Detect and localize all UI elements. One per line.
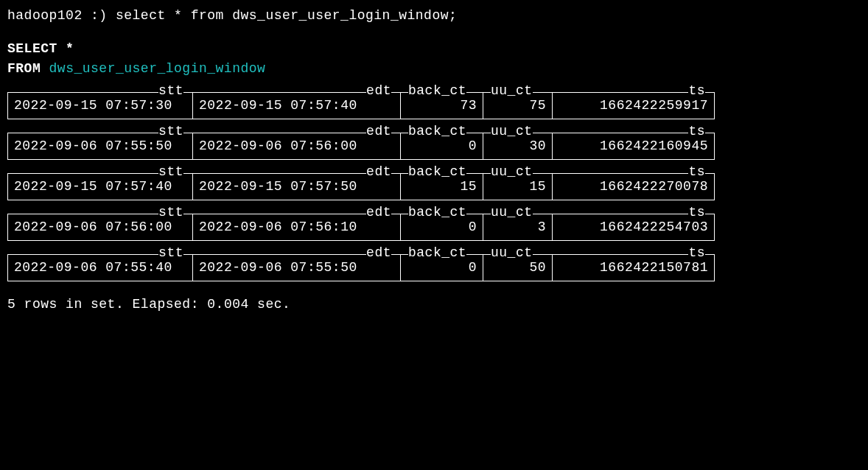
cell-ts: ts1662422270078 [553, 173, 715, 200]
cell-value: 1662422254703 [600, 220, 708, 234]
table-row-cells: stt2022-09-15 07:57:40edt2022-09-15 07:5… [7, 173, 861, 200]
result-footer: 5 rows in set. Elapsed: 0.004 sec. [7, 295, 861, 315]
cell-value: 2022-09-15 07:57:40 [14, 177, 186, 197]
table-row-cells: stt2022-09-06 07:56:00edt2022-09-06 07:5… [7, 214, 861, 241]
table-row-cells: stt2022-09-15 07:57:30edt2022-09-15 07:5… [7, 92, 861, 119]
cell-edt: edt2022-09-15 07:57:40 [193, 92, 401, 119]
table-row-cells: stt2022-09-06 07:55:50edt2022-09-06 07:5… [7, 133, 861, 160]
column-header-back_ct: back_ct [408, 246, 466, 259]
column-header-uu_ct: uu_ct [491, 124, 533, 138]
cell-value: 0 [469, 220, 477, 234]
elapsed-value: 0.004 sec. [207, 297, 290, 312]
cell-back_ct: back_ct15 [401, 173, 483, 200]
cell-back_ct: back_ct0 [401, 214, 483, 241]
cell-uu_ct: uu_ct75 [483, 92, 553, 119]
cell-ts: ts1662422150781 [553, 254, 715, 281]
column-header-ts: ts [688, 246, 705, 259]
column-header-stt: stt [158, 246, 183, 259]
cell-value: 2022-09-15 07:57:30 [14, 96, 186, 116]
cell-value: 2022-09-06 07:56:00 [199, 136, 394, 156]
prompt-command: select * from dws_user_user_login_window… [116, 8, 457, 23]
column-header-stt: stt [158, 206, 183, 219]
cell-stt: stt2022-09-15 07:57:40 [7, 173, 193, 200]
cell-uu_ct: uu_ct50 [483, 254, 553, 281]
cell-value: 0 [469, 138, 477, 153]
cell-value: 2022-09-06 07:55:50 [199, 258, 394, 278]
cell-value: 15 [529, 179, 546, 194]
column-header-edt: edt [366, 165, 391, 178]
cell-stt: stt2022-09-06 07:56:00 [7, 214, 193, 241]
cell-edt: edt2022-09-06 07:56:00 [193, 133, 401, 160]
column-header-edt: edt [366, 124, 391, 138]
column-header-uu_ct: uu_ct [491, 246, 533, 259]
cell-value: 2022-09-06 07:55:50 [14, 136, 186, 156]
cell-value: 2022-09-06 07:55:40 [14, 258, 186, 278]
from-keyword: FROM [7, 61, 41, 76]
table-row: stt2022-09-06 07:56:00edt2022-09-06 07:5… [7, 214, 861, 241]
cell-back_ct: back_ct0 [401, 254, 483, 281]
column-header-stt: stt [158, 84, 183, 97]
cell-value: 50 [529, 260, 546, 275]
table-name: dws_user_user_login_window [49, 61, 266, 76]
column-header-stt: stt [158, 124, 183, 138]
table-row-cells: stt2022-09-06 07:55:40edt2022-09-06 07:5… [7, 254, 861, 281]
column-header-edt: edt [366, 206, 391, 219]
cell-value: 75 [529, 98, 546, 113]
column-header-uu_ct: uu_ct [491, 206, 533, 219]
column-header-uu_ct: uu_ct [491, 165, 533, 178]
column-header-back_ct: back_ct [408, 84, 466, 97]
table-row: stt2022-09-06 07:55:40edt2022-09-06 07:5… [7, 254, 861, 281]
elapsed-label: Elapsed: [133, 297, 199, 312]
cell-value: 1662422150781 [600, 260, 708, 275]
cell-stt: stt2022-09-06 07:55:40 [7, 254, 193, 281]
column-header-ts: ts [688, 124, 705, 138]
cell-edt: edt2022-09-06 07:55:50 [193, 254, 401, 281]
prompt-symbol: :) [91, 8, 108, 23]
cell-value: 2022-09-06 07:56:10 [199, 217, 394, 237]
cell-stt: stt2022-09-06 07:55:50 [7, 133, 193, 160]
rows-in-set: 5 rows in set. [7, 297, 124, 312]
cell-uu_ct: uu_ct15 [483, 173, 553, 200]
column-header-edt: edt [366, 246, 391, 259]
cell-stt: stt2022-09-15 07:57:30 [7, 92, 193, 119]
column-header-stt: stt [158, 165, 183, 178]
cell-value: 1662422259917 [600, 98, 708, 113]
cell-back_ct: back_ct0 [401, 133, 483, 160]
cell-ts: ts1662422160945 [553, 133, 715, 160]
column-header-uu_ct: uu_ct [491, 84, 533, 97]
cell-value: 0 [469, 260, 477, 275]
column-header-ts: ts [688, 165, 705, 178]
column-header-ts: ts [688, 84, 705, 97]
cell-uu_ct: uu_ct30 [483, 133, 553, 160]
table-row: stt2022-09-15 07:57:40edt2022-09-15 07:5… [7, 173, 861, 200]
cell-edt: edt2022-09-15 07:57:50 [193, 173, 401, 200]
cell-ts: ts1662422254703 [553, 214, 715, 241]
prompt-host: hadoop102 [7, 8, 83, 23]
column-header-back_ct: back_ct [408, 206, 466, 219]
prompt-line: hadoop102 :) select * from dws_user_user… [7, 6, 861, 26]
cell-edt: edt2022-09-06 07:56:10 [193, 214, 401, 241]
table-row: stt2022-09-15 07:57:30edt2022-09-15 07:5… [7, 92, 861, 119]
column-header-back_ct: back_ct [408, 124, 466, 138]
column-header-ts: ts [688, 206, 705, 219]
cell-value: 2022-09-15 07:57:50 [199, 177, 394, 197]
query-echo: SELECT * FROM dws_user_user_login_window [7, 39, 861, 79]
cell-value: 15 [460, 179, 477, 194]
cell-uu_ct: uu_ct3 [483, 214, 553, 241]
cell-value: 3 [538, 220, 546, 234]
cell-value: 2022-09-15 07:57:40 [199, 96, 394, 116]
table-row: stt2022-09-06 07:55:50edt2022-09-06 07:5… [7, 133, 861, 160]
cell-value: 2022-09-06 07:56:00 [14, 217, 186, 237]
cell-value: 1662422270078 [600, 179, 708, 194]
cell-ts: ts1662422259917 [553, 92, 715, 119]
result-set: stt2022-09-15 07:57:30edt2022-09-15 07:5… [7, 92, 861, 281]
cell-value: 1662422160945 [600, 138, 708, 153]
select-keyword: SELECT * [7, 41, 74, 56]
cell-value: 73 [460, 98, 477, 113]
column-header-edt: edt [366, 84, 391, 97]
column-header-back_ct: back_ct [408, 165, 466, 178]
cell-back_ct: back_ct73 [401, 92, 483, 119]
cell-value: 30 [529, 138, 546, 153]
